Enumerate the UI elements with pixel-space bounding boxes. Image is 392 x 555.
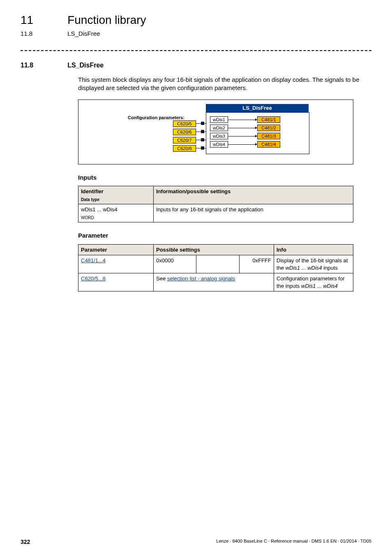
- page-number: 322: [21, 539, 30, 545]
- table-row: Identifier Information/possible settings: [78, 186, 353, 195]
- table-row: Parameter Possible settings Info: [78, 244, 353, 255]
- link-c620[interactable]: C620/5...8: [81, 275, 106, 282]
- port-wdis2: wDis2: [210, 125, 228, 131]
- cell-mid: [196, 255, 239, 273]
- section-title: LS_DisFree: [67, 61, 104, 70]
- col-datatype: Data type: [78, 195, 154, 204]
- chapter-number: 11: [21, 12, 66, 28]
- col-parameter: Parameter: [78, 244, 154, 255]
- cell-settings: See selection list - analog signals: [154, 273, 274, 291]
- table-row: C481/1...4 0x0000 0xFFFF Display of the …: [78, 255, 353, 273]
- col-info: Information/possible settings: [154, 186, 353, 204]
- cell-datatype: WORD: [78, 213, 154, 222]
- cell-parameter: C481/1...4: [78, 255, 154, 273]
- inputs-heading: Inputs: [78, 173, 371, 182]
- diagram-titlebar: LS_DisFree: [206, 104, 309, 112]
- port-wdis3: wDis3: [210, 133, 228, 139]
- display-code-3: C481/3: [257, 133, 280, 139]
- cell-min: 0x0000: [154, 255, 196, 273]
- display-code-1: C481/1: [257, 116, 280, 123]
- footer-meta: Lenze · 8400 BaseLine C · Reference manu…: [216, 538, 371, 544]
- diagram-config-label: Configuration parameters:: [128, 115, 184, 121]
- table-row: C620/5...8 See selection list - analog s…: [78, 273, 353, 291]
- cell-max: 0xFFFF: [239, 255, 274, 273]
- table-row: wDis1 ... wDis4 Inputs for any 16-bit si…: [78, 204, 353, 213]
- parameter-table: Parameter Possible settings Info C481/1.…: [78, 244, 353, 292]
- section-number: 11.8: [21, 61, 66, 70]
- header-section-number: 11.8: [21, 30, 66, 38]
- config-code-2: C620/6: [173, 129, 196, 135]
- port-wdis4: wDis4: [210, 141, 228, 148]
- config-code-4: C620/8: [173, 145, 196, 152]
- divider-dashed: [21, 50, 371, 51]
- cell-parameter: C620/5...8: [78, 273, 154, 291]
- chapter-title: Function library: [67, 12, 146, 28]
- cell-info: Configuration parameters for the inputs …: [274, 273, 353, 291]
- link-c481[interactable]: C481/1...4: [81, 257, 106, 264]
- link-selection-list[interactable]: selection list - analog signals: [167, 275, 235, 282]
- port-wdis1: wDis1: [210, 116, 228, 123]
- cell-desc: Inputs for any 16-bit signals of the app…: [154, 204, 353, 222]
- page-footer: 322 Lenze · 8400 BaseLine C · Reference …: [21, 538, 371, 546]
- parameter-heading: Parameter: [78, 231, 371, 240]
- block-diagram: LS_DisFree Configuration parameters: C62…: [78, 99, 353, 164]
- inputs-table: Identifier Information/possible settings…: [78, 186, 353, 222]
- display-code-2: C481/2: [257, 125, 280, 131]
- section-intro: This system block displays any four 16-b…: [78, 76, 371, 92]
- col-identifier: Identifier: [78, 186, 154, 195]
- header-section-name: LS_DisFree: [67, 30, 100, 38]
- cell-info: Display of the 16-bit signals at the wDi…: [274, 255, 353, 273]
- cell-identifier: wDis1 ... wDis4: [78, 204, 154, 213]
- display-code-4: C481/4: [257, 141, 280, 148]
- config-code-1: C620/5: [173, 120, 196, 127]
- col-info: Info: [274, 244, 353, 255]
- config-code-3: C620/7: [173, 137, 196, 143]
- col-settings: Possible settings: [154, 244, 274, 255]
